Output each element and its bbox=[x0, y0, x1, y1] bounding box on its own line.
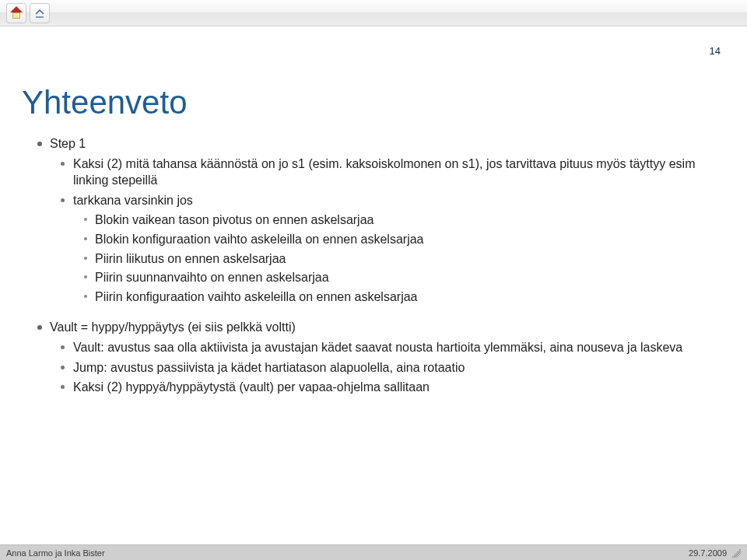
slide-page: 14 Yhteenveto Step 1 Kaksi (2) mitä taha… bbox=[0, 26, 747, 544]
list-item: Blokin vaikean tason pivotus on ennen as… bbox=[81, 212, 716, 229]
page-number: 14 bbox=[710, 45, 721, 57]
list-item: Kaksi (2) hyppyä/hyppäytystä (vault) per… bbox=[58, 379, 716, 396]
toolbar bbox=[0, 0, 747, 26]
status-bar: Anna Larmo ja Inka Bister 29.7.2009 bbox=[0, 544, 747, 560]
home-icon bbox=[10, 8, 23, 19]
footer-left: Anna Larmo ja Inka Bister bbox=[6, 548, 105, 558]
bullet-text: Piirin suunnanvaihto on ennen askelsarja… bbox=[95, 271, 329, 284]
slide-content: Step 1 Kaksi (2) mitä tahansa käännöstä … bbox=[34, 135, 716, 402]
bullet-text: tarkkana varsinkin jos bbox=[73, 194, 193, 207]
list-item: Piirin konfiguraation vaihto askeleilla … bbox=[81, 289, 716, 306]
list-item: Blokin konfiguraation vaihto askeleilla … bbox=[81, 231, 716, 248]
list-item: Piirin suunnanvaihto on ennen askelsarja… bbox=[81, 269, 716, 286]
list-item: Kaksi (2) mitä tahansa käännöstä on jo s… bbox=[58, 156, 716, 189]
list-item: Jump: avustus passiivista ja kädet harti… bbox=[58, 359, 716, 376]
bullet-text: Jump: avustus passiivista ja kädet harti… bbox=[73, 361, 465, 374]
bullet-text: Kaksi (2) hyppyä/hyppäytystä (vault) per… bbox=[73, 380, 430, 394]
bullet-text: Blokin vaikean tason pivotus on ennen as… bbox=[95, 213, 374, 226]
bullet-text: Vault = hyppy/hyppäytys (ei siis pelkkä … bbox=[50, 320, 296, 334]
bullet-text: Piirin konfiguraation vaihto askeleilla … bbox=[95, 290, 417, 303]
bullet-text: Vault: avustus saa olla aktiivista ja av… bbox=[73, 341, 682, 354]
list-item: Vault: avustus saa olla aktiivista ja av… bbox=[58, 339, 716, 356]
collapse-button[interactable] bbox=[30, 3, 50, 23]
chevron-up-icon bbox=[34, 8, 45, 19]
list-item: Vault = hyppy/hyppäytys (ei siis pelkkä … bbox=[34, 319, 716, 395]
list-item: tarkkana varsinkin jos Blokin vaikean ta… bbox=[58, 192, 716, 306]
bullet-text: Step 1 bbox=[50, 137, 86, 150]
footer-right: 29.7.2009 bbox=[689, 548, 727, 558]
bullet-text: Blokin konfiguraation vaihto askeleilla … bbox=[95, 233, 424, 246]
list-item: Step 1 Kaksi (2) mitä tahansa käännöstä … bbox=[34, 135, 716, 305]
home-button[interactable] bbox=[6, 3, 26, 23]
resize-grip-icon[interactable] bbox=[731, 548, 741, 558]
bullet-text: Kaksi (2) mitä tahansa käännöstä on jo s… bbox=[73, 157, 695, 187]
bullet-text: Piirin liikutus on ennen askelsarjaa bbox=[95, 252, 286, 265]
slide-title: Yhteenveto bbox=[22, 84, 188, 121]
list-item: Piirin liikutus on ennen askelsarjaa bbox=[81, 250, 716, 268]
